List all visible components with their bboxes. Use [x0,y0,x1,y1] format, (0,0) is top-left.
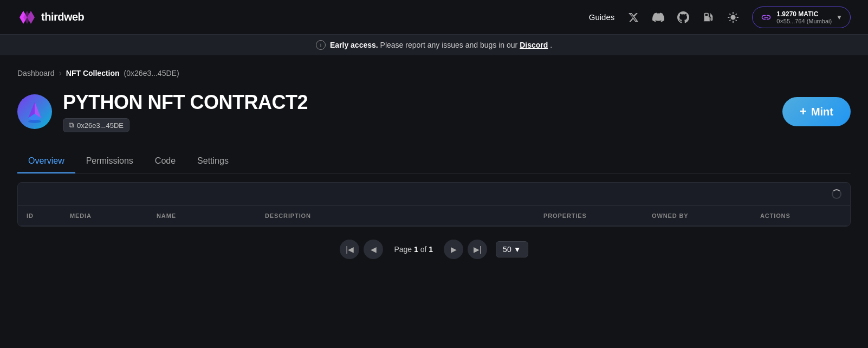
col-actions: ACTIONS [760,212,841,219]
main-content: Dashboard › NFT Collection (0x26e3...45D… [0,55,868,268]
table-columns-header: ID MEDIA NAME DESCRIPTION PROPERTIES OWN… [18,206,850,226]
contract-logo-svg [24,100,46,124]
wallet-button[interactable]: 1.9270 MATIC 0×55...764 (Mumbai) ▼ [752,7,851,28]
github-icon[interactable] [677,11,689,23]
discord-link[interactable]: Discord [520,41,548,49]
per-page-chevron-icon: ▼ [514,245,521,254]
contract-details: PYTHON NFT CONTRACT2 ⧉ 0x26e3...45DE [63,91,308,132]
col-properties: PROPERTIES [543,212,652,219]
col-description: DESCRIPTION [265,212,543,219]
header-actions: Guides 1.9270 MATIC 0×55...764 (Mumbai) … [589,7,851,28]
next-page-button[interactable]: ▶ [444,240,463,259]
logo-area: thirdweb [17,8,84,27]
wallet-info: 1.9270 MATIC 0×55...764 (Mumbai) [776,10,832,24]
breadcrumb-address: (0x26e3...45DE) [124,69,179,78]
loading-spinner [832,189,841,199]
col-name: NAME [157,212,265,219]
wallet-chevron-icon: ▼ [836,14,843,21]
banner-text: Early access. Please report any issues a… [330,41,552,49]
contract-address-button[interactable]: ⧉ 0x26e3...45DE [63,118,129,132]
tabs-nav: Overview Permissions Code Settings [17,150,851,173]
next-page-icon: ▶ [451,245,457,254]
thirdweb-logo-icon [17,8,37,27]
svg-point-1 [28,120,41,123]
table-header-bar [18,183,850,206]
breadcrumb: Dashboard › NFT Collection (0x26e3...45D… [17,68,851,78]
banner-bold-text: Early access. [330,41,378,49]
col-media: MEDIA [70,212,157,219]
wallet-address: 0×55...764 (Mumbai) [776,18,832,24]
contract-name: PYTHON NFT CONTRACT2 [63,91,308,114]
tab-permissions[interactable]: Permissions [75,150,144,173]
first-page-button[interactable]: |◀ [340,240,359,259]
logo-text: thirdweb [41,11,84,23]
tab-overview[interactable]: Overview [17,150,75,173]
nft-table: ID MEDIA NAME DESCRIPTION PROPERTIES OWN… [17,182,851,227]
contract-logo [17,94,52,129]
info-icon: i [316,40,326,50]
tab-code[interactable]: Code [144,150,186,173]
prev-page-button[interactable]: ◀ [364,240,383,259]
breadcrumb-collection: NFT Collection [66,69,120,78]
mint-plus-icon: + [800,105,807,119]
per-page-select[interactable]: 50 ▼ [496,241,528,257]
contract-header: PYTHON NFT CONTRACT2 ⧉ 0x26e3...45DE + M… [17,91,851,132]
pagination-bar: |◀ ◀ Page 1 of 1 ▶ ▶| 50 ▼ [17,227,851,268]
twitter-icon[interactable] [627,11,639,23]
page-info: Page 1 of 1 [387,245,439,254]
guides-link[interactable]: Guides [589,12,615,22]
last-page-button[interactable]: ▶| [468,240,487,259]
main-header: thirdweb Guides 1.9270 MATIC 0×55...764 … [0,0,868,35]
col-owned-by: OWNED BY [652,212,760,219]
contract-info: PYTHON NFT CONTRACT2 ⧉ 0x26e3...45DE [17,91,308,132]
copy-icon: ⧉ [69,121,74,130]
discord-icon[interactable] [652,11,664,23]
breadcrumb-separator: › [59,68,62,78]
chain-link-icon [760,11,772,23]
col-id: ID [27,212,70,219]
early-access-banner: i Early access. Please report any issues… [0,35,868,55]
tab-settings[interactable]: Settings [186,150,239,173]
per-page-value: 50 [503,245,511,254]
prev-page-icon: ◀ [371,245,377,254]
theme-toggle-icon[interactable] [727,11,739,23]
mint-label: Mint [811,106,833,118]
gas-icon[interactable] [702,11,714,23]
mint-button[interactable]: + Mint [782,97,851,126]
first-page-icon: |◀ [346,245,354,254]
wallet-balance: 1.9270 MATIC [776,10,818,18]
contract-address-text: 0x26e3...45DE [77,121,124,130]
breadcrumb-dashboard[interactable]: Dashboard [17,69,55,78]
last-page-icon: ▶| [474,245,482,254]
